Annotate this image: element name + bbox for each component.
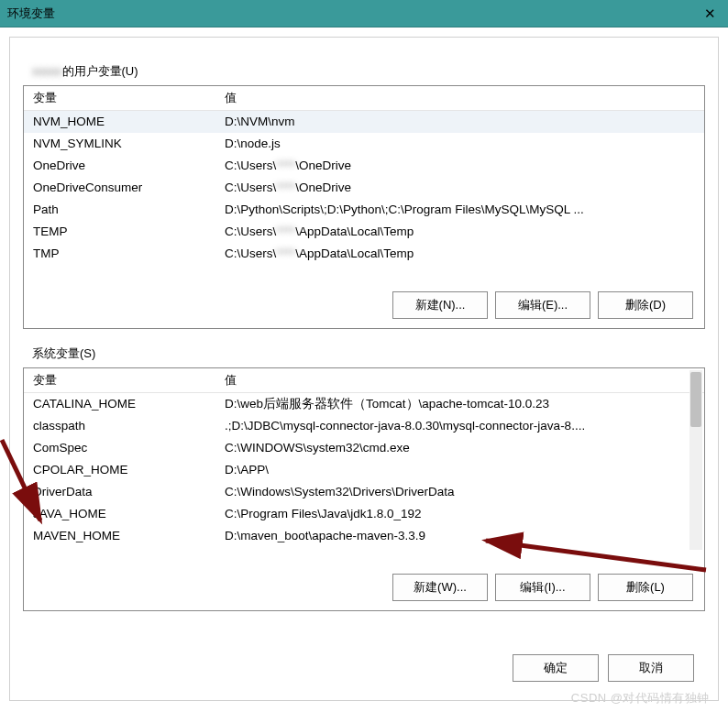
- sys-vars-table[interactable]: 变量 值 CATALINA_HOMED:\web后端服务器软件（Tomcat）\…: [24, 368, 704, 552]
- table-row[interactable]: CATALINA_HOMED:\web后端服务器软件（Tomcat）\apach…: [24, 393, 704, 415]
- table-row[interactable]: PathD:\Python\Scripts\;D:\Python\;C:\Pro…: [24, 199, 704, 221]
- sys-edit-button[interactable]: 编辑(I)...: [495, 574, 590, 601]
- watermark: CSDN @对代码情有独钟: [571, 690, 710, 707]
- table-row[interactable]: ComSpecC:\WINDOWS\system32\cmd.exe: [24, 437, 704, 459]
- dialog-frame: xxxxx的用户变量(U) 变量 值 NVM_HOMED:\NVM\nvmNVM…: [9, 37, 719, 701]
- cell-variable: DriverData: [24, 481, 221, 503]
- table-row[interactable]: NVM_SYMLINKD:\node.js: [24, 133, 704, 155]
- table-row[interactable]: DriverDataC:\Windows\System32\Drivers\Dr…: [24, 481, 704, 503]
- table-row[interactable]: NUMBER_OF_PROCESSORS16: [24, 547, 704, 552]
- cell-value: C:\WINDOWS\system32\cmd.exe: [221, 437, 704, 459]
- footer-buttons: 确定 取消: [513, 654, 694, 682]
- cell-variable: TMP: [24, 243, 221, 265]
- table-row[interactable]: TMPC:\Users\****\AppData\Local\Temp: [24, 243, 704, 265]
- cell-value: C:\Users\****\AppData\Local\Temp: [221, 221, 704, 243]
- user-vars-panel: 变量 值 NVM_HOMED:\NVM\nvmNVM_SYMLINKD:\nod…: [23, 85, 705, 329]
- cell-value: .;D:\JDBC\mysql-connector-java-8.0.30\my…: [221, 415, 704, 437]
- cell-value: C:\Users\****\OneDrive: [221, 177, 704, 199]
- table-row[interactable]: NVM_HOMED:\NVM\nvm: [24, 111, 704, 133]
- cell-value: D:\APP\: [221, 459, 704, 481]
- user-button-row: 新建(N)... 编辑(E)... 删除(D): [392, 291, 693, 319]
- table-row[interactable]: MAVEN_HOMED:\maven_boot\apache-maven-3.3…: [24, 525, 704, 547]
- sys-new-button[interactable]: 新建(W)...: [392, 574, 488, 601]
- table-row[interactable]: TEMPC:\Users\****\AppData\Local\Temp: [24, 221, 704, 243]
- blurred-username: xxxxx: [32, 64, 62, 78]
- user-section-label-text: 的用户变量(U): [62, 64, 138, 78]
- user-table-header: 变量 值: [24, 86, 704, 111]
- sys-section-label: 系统变量(S): [32, 345, 705, 362]
- table-row[interactable]: CPOLAR_HOMED:\APP\: [24, 459, 704, 481]
- close-icon[interactable]: ✕: [699, 0, 721, 27]
- user-vars-table[interactable]: 变量 值 NVM_HOMED:\NVM\nvmNVM_SYMLINKD:\nod…: [24, 86, 704, 269]
- scrollbar-thumb[interactable]: [690, 372, 701, 427]
- cell-variable: ComSpec: [24, 437, 221, 459]
- table-row[interactable]: OneDriveC:\Users\****\OneDrive: [24, 155, 704, 177]
- sys-button-row: 新建(W)... 编辑(I)... 删除(L): [392, 574, 693, 601]
- user-section-label: xxxxx的用户变量(U): [32, 63, 705, 80]
- cell-variable: OneDriveConsumer: [24, 177, 221, 199]
- cell-variable: CATALINA_HOME: [24, 393, 221, 415]
- table-row[interactable]: OneDriveConsumerC:\Users\****\OneDrive: [24, 177, 704, 199]
- user-delete-button[interactable]: 删除(D): [598, 291, 693, 319]
- cell-variable: CPOLAR_HOME: [24, 459, 221, 481]
- cancel-button[interactable]: 取消: [608, 654, 694, 682]
- cell-value: C:\Users\****\AppData\Local\Temp: [221, 243, 704, 265]
- cell-value: C:\Windows\System32\Drivers\DriverData: [221, 481, 704, 503]
- cell-variable: TEMP: [24, 221, 221, 243]
- sys-vars-panel: 变量 值 CATALINA_HOMED:\web后端服务器软件（Tomcat）\…: [23, 367, 705, 611]
- title-bar: 环境变量 ✕: [0, 0, 728, 27]
- col-variable-header[interactable]: 变量: [24, 372, 221, 389]
- sys-table-header: 变量 值: [24, 368, 704, 393]
- col-value-header[interactable]: 值: [221, 372, 704, 389]
- cell-value: D:\Python\Scripts\;D:\Python\;C:\Program…: [221, 199, 704, 221]
- window-title: 环境变量: [7, 0, 55, 27]
- col-value-header[interactable]: 值: [221, 90, 704, 106]
- cell-variable: NVM_SYMLINK: [24, 133, 221, 155]
- sys-delete-button[interactable]: 删除(L): [598, 574, 693, 601]
- table-row[interactable]: JAVA_HOMEC:\Program Files\Java\jdk1.8.0_…: [24, 503, 704, 525]
- col-variable-header[interactable]: 变量: [24, 90, 221, 106]
- user-edit-button[interactable]: 编辑(E)...: [495, 291, 590, 319]
- table-row[interactable]: classpath.;D:\JDBC\mysql-connector-java-…: [24, 415, 704, 437]
- cell-variable: classpath: [24, 415, 221, 437]
- cell-value: 16: [221, 547, 704, 552]
- user-new-button[interactable]: 新建(N)...: [392, 291, 488, 319]
- cell-variable: NUMBER_OF_PROCESSORS: [24, 547, 221, 552]
- cell-value: D:\node.js: [221, 133, 704, 155]
- cell-value: C:\Users\****\OneDrive: [221, 155, 704, 177]
- cell-variable: Path: [24, 199, 221, 221]
- cell-variable: NVM_HOME: [24, 111, 221, 133]
- cell-value: D:\web后端服务器软件（Tomcat）\apache-tomcat-10.0…: [221, 393, 704, 415]
- cell-variable: MAVEN_HOME: [24, 525, 221, 547]
- cell-value: C:\Program Files\Java\jdk1.8.0_192: [221, 503, 704, 525]
- cell-variable: JAVA_HOME: [24, 503, 221, 525]
- ok-button[interactable]: 确定: [513, 654, 599, 682]
- cell-value: D:\maven_boot\apache-maven-3.3.9: [221, 525, 704, 547]
- scrollbar[interactable]: [689, 370, 702, 550]
- cell-variable: OneDrive: [24, 155, 221, 177]
- cell-value: D:\NVM\nvm: [221, 111, 704, 133]
